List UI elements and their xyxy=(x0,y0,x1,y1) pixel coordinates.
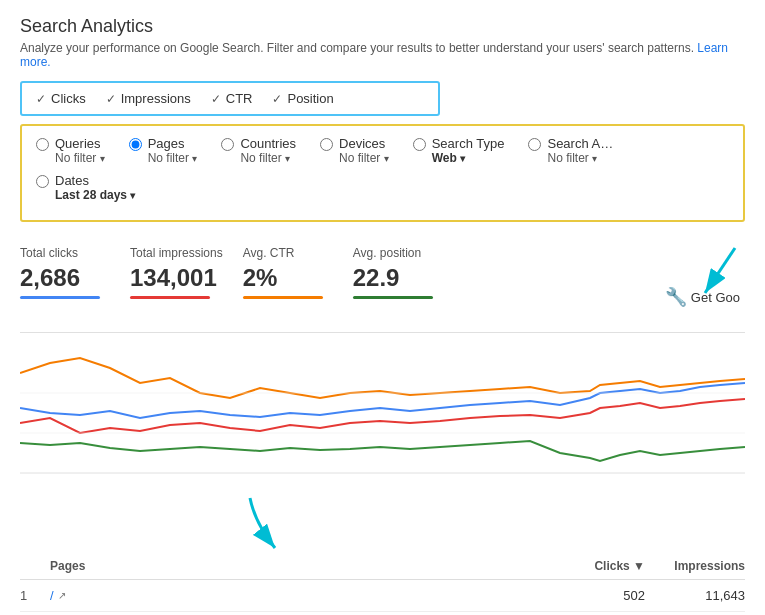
stat-total-impressions: Total impressions 134,001 xyxy=(130,238,243,316)
clicks-bar xyxy=(20,296,100,299)
page-title: Search Analytics xyxy=(20,16,745,37)
page-subtitle: Analyze your performance on Google Searc… xyxy=(20,41,745,69)
queries-name: Queries xyxy=(55,136,105,151)
ctr-label: CTR xyxy=(226,91,253,106)
dates-name: Dates xyxy=(55,173,135,188)
filter-countries[interactable]: Countries No filter ▾ xyxy=(221,136,296,165)
row-1-impressions: 11,643 xyxy=(645,588,745,603)
col-pages-header: Pages xyxy=(50,559,545,573)
filter-queries[interactable]: Queries No filter ▾ xyxy=(36,136,105,165)
pages-value[interactable]: No filter ▾ xyxy=(148,151,198,165)
table-header: Pages Clicks ▼ Impressions xyxy=(20,553,745,580)
main-chart xyxy=(20,343,745,483)
bottom-arrow-area xyxy=(20,493,745,553)
metric-ctr[interactable]: ✓ CTR xyxy=(211,91,253,106)
pages-radio[interactable] xyxy=(129,138,142,151)
impressions-bar xyxy=(130,296,210,299)
filter-dates[interactable]: Dates Last 28 days ▾ xyxy=(36,173,705,202)
search-a-value[interactable]: No filter ▾ xyxy=(547,151,613,165)
devices-radio[interactable] xyxy=(320,138,333,151)
filter-row: Queries No filter ▾ Pages No filter ▾ Co… xyxy=(36,136,729,173)
position-check: ✓ xyxy=(272,92,282,106)
search-a-name: Search A… xyxy=(547,136,613,151)
clicks-check: ✓ xyxy=(36,92,46,106)
queries-radio[interactable] xyxy=(36,138,49,151)
table-section: Pages Clicks ▼ Impressions 1 / ↗ 502 11,… xyxy=(20,553,745,615)
search-type-value[interactable]: Web ▾ xyxy=(432,151,505,165)
metric-position[interactable]: ✓ Position xyxy=(272,91,333,106)
clicks-label: Clicks xyxy=(51,91,86,106)
table-row: 1 / ↗ 502 11,643 xyxy=(20,580,745,612)
stat-avg-ctr: Avg. CTR 2% xyxy=(243,238,353,316)
dates-radio[interactable] xyxy=(36,175,49,188)
stat-avg-position: Avg. position 22.9 xyxy=(353,238,463,316)
metric-clicks[interactable]: ✓ Clicks xyxy=(36,91,86,106)
col-impressions-header[interactable]: Impressions xyxy=(645,559,745,573)
countries-value[interactable]: No filter ▾ xyxy=(240,151,296,165)
row-1-page-link[interactable]: / ↗ xyxy=(50,588,545,603)
search-a-radio[interactable] xyxy=(528,138,541,151)
filter-section: Queries No filter ▾ Pages No filter ▾ Co… xyxy=(20,124,745,222)
impressions-label: Impressions xyxy=(121,91,191,106)
dates-value[interactable]: Last 28 days ▾ xyxy=(55,188,135,202)
countries-radio[interactable] xyxy=(221,138,234,151)
filter-pages[interactable]: Pages No filter ▾ xyxy=(129,136,198,165)
devices-name: Devices xyxy=(339,136,389,151)
bottom-arrow-annotation xyxy=(240,493,320,556)
page-container: Search Analytics Analyze your performanc… xyxy=(0,0,765,615)
impressions-check: ✓ xyxy=(106,92,116,106)
row-1-clicks: 502 xyxy=(545,588,645,603)
countries-name: Countries xyxy=(240,136,296,151)
stats-row: Total clicks 2,686 Total impressions 134… xyxy=(20,238,745,333)
col-clicks-header[interactable]: Clicks ▼ xyxy=(545,559,645,573)
queries-value[interactable]: No filter ▾ xyxy=(55,151,105,165)
chart-area xyxy=(0,343,765,493)
ctr-check: ✓ xyxy=(211,92,221,106)
ctr-bar xyxy=(243,296,323,299)
external-link-icon: ↗ xyxy=(58,590,66,601)
metrics-bar: ✓ Clicks ✓ Impressions ✓ CTR ✓ Position xyxy=(20,81,440,116)
devices-value[interactable]: No filter ▾ xyxy=(339,151,389,165)
position-label: Position xyxy=(287,91,333,106)
filter-devices[interactable]: Devices No filter ▾ xyxy=(320,136,389,165)
filter-search-a[interactable]: Search A… No filter ▾ xyxy=(528,136,613,165)
search-type-radio[interactable] xyxy=(413,138,426,151)
row-1-num: 1 xyxy=(20,588,50,603)
metric-impressions[interactable]: ✓ Impressions xyxy=(106,91,191,106)
filter-search-type[interactable]: Search Type Web ▾ xyxy=(413,136,505,165)
search-type-name: Search Type xyxy=(432,136,505,151)
get-goo-label: 🔧 Get Goo xyxy=(665,286,740,308)
position-bar xyxy=(353,296,433,299)
pages-name: Pages xyxy=(148,136,198,151)
stat-total-clicks: Total clicks 2,686 xyxy=(20,238,130,316)
